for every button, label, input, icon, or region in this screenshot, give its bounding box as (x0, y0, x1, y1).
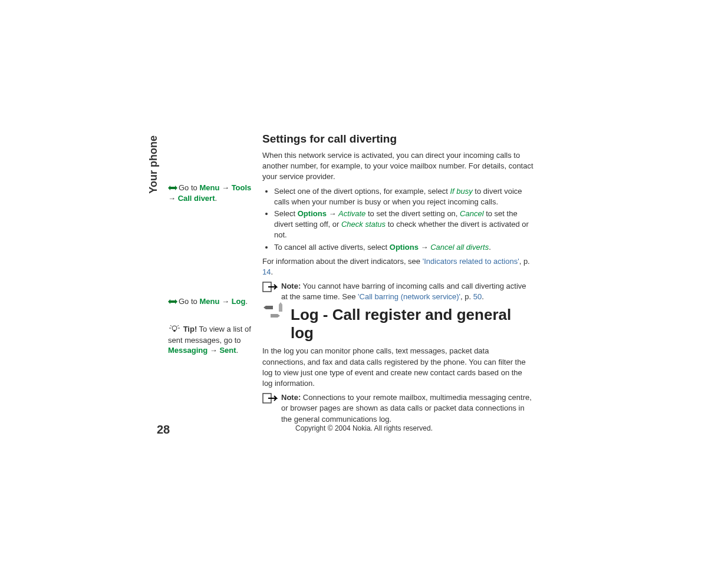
page-number: 28 (157, 423, 170, 437)
side-nav-log: Go to Menu → Log. (168, 296, 253, 307)
lightbulb-icon (168, 324, 181, 335)
double-arrow-icon (168, 297, 177, 308)
intro-paragraph: When this network service is activated, … (262, 150, 533, 183)
main-content: Settings for call diverting When this ne… (262, 133, 533, 428)
side-nav-tip: Tip! To view a list of sent messages, go… (168, 324, 253, 356)
note-icon (262, 393, 278, 404)
svg-rect-1 (174, 330, 176, 332)
link-page-14[interactable]: 14 (262, 267, 271, 276)
heading-log: Log - Call register and general log (262, 306, 533, 342)
list-item: Select Options → Activate to set the div… (274, 209, 533, 241)
bullet-list: Select one of the divert options, for ex… (262, 186, 533, 253)
log-arrows-icon (262, 301, 287, 323)
double-arrow-icon (168, 183, 177, 194)
svg-point-0 (172, 326, 177, 330)
link-call-barring[interactable]: 'Call barring (network service)' (358, 292, 460, 301)
note-block: Note: You cannot have barring of incomin… (262, 281, 533, 302)
list-item: To cancel all active diverts, select Opt… (274, 242, 533, 253)
section-label: Your phone (147, 135, 160, 194)
heading-settings: Settings for call diverting (262, 133, 533, 146)
copyright-footer: Copyright © 2004 Nokia. All rights reser… (0, 424, 728, 432)
link-indicators[interactable]: 'Indicators related to actions' (423, 257, 519, 266)
note-icon (262, 282, 278, 292)
svg-line-4 (170, 325, 172, 326)
log-paragraph: In the log you can monitor phone calls, … (262, 346, 533, 389)
divert-indicators-paragraph: For information about the divert indicat… (262, 256, 533, 277)
note-block: Note: Connections to your remote mailbox… (262, 392, 533, 425)
side-nav-call-divert: Go to Menu → Tools → Call divert. (168, 183, 253, 204)
link-page-50[interactable]: 50 (473, 292, 482, 301)
svg-line-5 (177, 325, 179, 326)
list-item: Select one of the divert options, for ex… (274, 186, 533, 207)
